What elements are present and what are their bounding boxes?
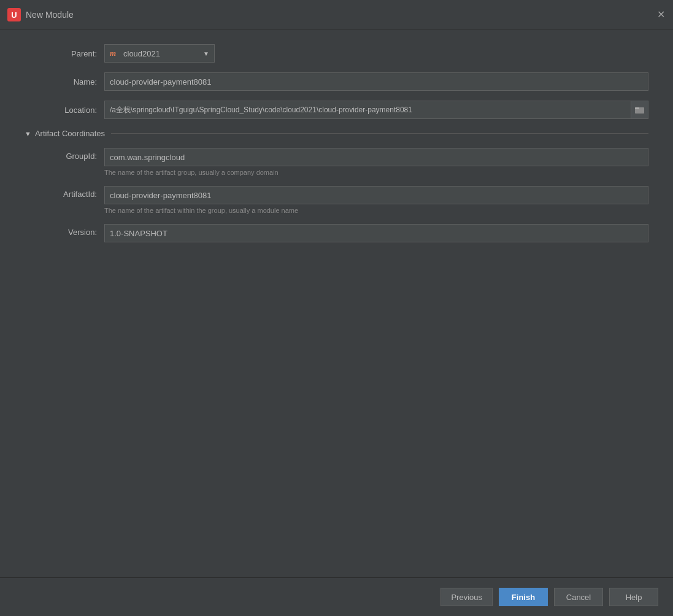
groupid-label: GroupId: bbox=[43, 148, 104, 161]
parent-dropdown-value: cloud2021 bbox=[123, 49, 198, 58]
groupid-row: GroupId: The name of the artifact group,… bbox=[43, 148, 648, 183]
svg-rect-3 bbox=[635, 107, 639, 109]
artifact-section: GroupId: The name of the artifact group,… bbox=[25, 148, 648, 242]
artifactid-field-wrap: The name of the artifact within the grou… bbox=[104, 186, 648, 221]
groupid-field-wrap: The name of the artifact group, usually … bbox=[104, 148, 648, 183]
chevron-down-icon: ▼ bbox=[203, 50, 209, 57]
cancel-button[interactable]: Cancel bbox=[554, 588, 603, 606]
name-row: Name: bbox=[25, 72, 648, 91]
artifactid-label: ArtifactId: bbox=[43, 186, 104, 199]
version-row: Version: bbox=[43, 224, 648, 242]
artifact-section-title: Artifact Coordinates bbox=[35, 129, 105, 138]
title-bar: U New Module ✕ bbox=[0, 0, 673, 29]
artifactid-hint: The name of the artifact within the grou… bbox=[104, 204, 648, 221]
artifactid-row: ArtifactId: The name of the artifact wit… bbox=[43, 186, 648, 221]
location-row: Location: bbox=[25, 101, 648, 119]
parent-module-icon: m bbox=[110, 48, 120, 58]
bottom-bar: Previous Finish Cancel Help bbox=[0, 577, 673, 616]
artifactid-input[interactable] bbox=[104, 186, 648, 204]
app-icon: U bbox=[7, 8, 21, 21]
collapse-icon[interactable]: ▼ bbox=[25, 130, 31, 137]
new-module-dialog: U New Module ✕ Parent: m cloud2021 ▼ Nam… bbox=[0, 0, 673, 616]
finish-button[interactable]: Finish bbox=[499, 588, 548, 606]
window-title: New Module bbox=[26, 10, 656, 20]
version-field-wrap bbox=[104, 224, 648, 242]
parent-row: Parent: m cloud2021 ▼ bbox=[25, 44, 648, 63]
name-input[interactable] bbox=[104, 72, 648, 91]
location-input[interactable] bbox=[105, 101, 631, 118]
browse-button[interactable] bbox=[631, 101, 648, 118]
previous-button[interactable]: Previous bbox=[440, 588, 493, 606]
version-label: Version: bbox=[43, 224, 104, 237]
version-input[interactable] bbox=[104, 224, 648, 242]
name-label: Name: bbox=[25, 77, 104, 87]
svg-text:U: U bbox=[11, 10, 17, 20]
help-button[interactable]: Help bbox=[609, 588, 658, 606]
dialog-content: Parent: m cloud2021 ▼ Name: Location: bbox=[0, 29, 673, 577]
groupid-hint: The name of the artifact group, usually … bbox=[104, 166, 648, 183]
parent-dropdown[interactable]: m cloud2021 ▼ bbox=[104, 44, 215, 63]
location-input-wrap bbox=[104, 101, 648, 119]
artifact-section-header: ▼ Artifact Coordinates bbox=[25, 129, 648, 138]
section-divider bbox=[111, 133, 648, 134]
location-label: Location: bbox=[25, 106, 104, 115]
groupid-input[interactable] bbox=[104, 148, 648, 166]
close-button[interactable]: ✕ bbox=[656, 10, 666, 20]
parent-label: Parent: bbox=[25, 49, 104, 58]
